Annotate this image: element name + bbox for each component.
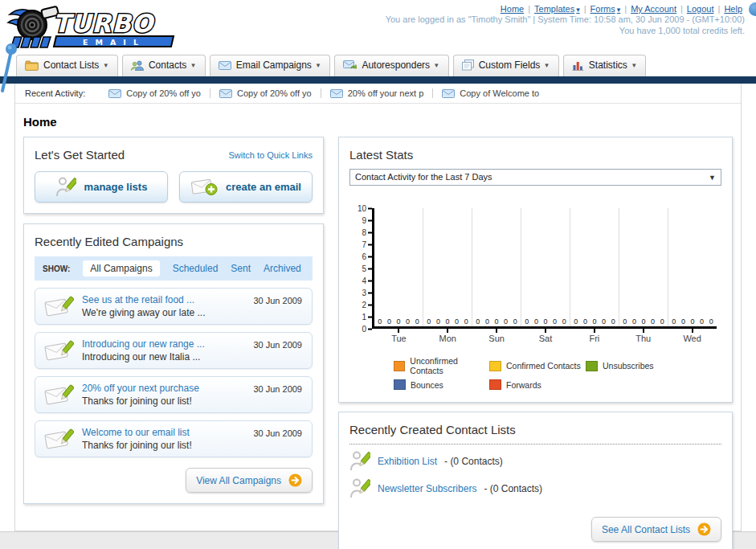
chevron-down-icon: ▾ — [317, 61, 321, 69]
campaign-title-link[interactable]: See us at the retail food ... — [82, 294, 205, 305]
view-all-campaigns-button[interactable]: View All Campaigns — [186, 468, 313, 493]
contact-list-link[interactable]: Newsletter Subscribers — [378, 483, 476, 494]
tab-email-campaigns[interactable]: Email Campaigns▾ — [210, 55, 331, 76]
y-tick-label: 4 — [354, 277, 366, 285]
logo-title: TURBO — [53, 9, 155, 38]
filter-archived[interactable]: Archived — [264, 263, 301, 274]
recent-activity-bar: Recent Activity: Copy of 20% off yoCopy … — [15, 84, 741, 104]
person-pencil-icon — [349, 450, 370, 472]
see-all-contact-lists-button[interactable]: See All Contact Lists — [591, 517, 721, 542]
chart-group: 00000 — [374, 208, 423, 326]
manage-lists-button[interactable]: manage lists — [35, 171, 168, 203]
nav-link-logout[interactable]: Logout — [687, 4, 714, 14]
nav-link-templates[interactable]: Templates▾ — [534, 4, 580, 14]
nav-link-help[interactable]: Help — [724, 4, 742, 14]
recent-activity-item[interactable]: Copy of Welcome to — [432, 88, 548, 98]
data-label: 0 — [476, 318, 480, 326]
recent-campaigns-title: Recently Edited Campaigns — [35, 235, 313, 248]
turbo-email-dashboard: TURBO EMAIL Home|Templates▾|Forms▾|My Ac… — [0, 0, 756, 549]
recent-activity-label: Recent Activity: — [25, 88, 85, 98]
tab-contacts[interactable]: Contacts▾ — [122, 55, 206, 76]
dotted-divider — [349, 444, 721, 445]
campaign-row[interactable]: Welcome to our email listThanks for join… — [35, 420, 313, 457]
legend-item: Confirmed Contacts — [489, 356, 586, 375]
tab-autoresponders[interactable]: Autoresponders▾ — [334, 55, 448, 76]
tab-statistics[interactable]: Statistics▾ — [563, 55, 647, 76]
filter-sent[interactable]: Sent — [231, 263, 251, 274]
data-label: 0 — [611, 318, 615, 326]
y-tick: 1 — [354, 313, 372, 322]
latest-stats-panel: Latest Stats Contact Activity for the La… — [338, 137, 733, 403]
contact-list-row: Newsletter Subscribers - (0 Contacts) — [349, 477, 721, 499]
data-label: 0 — [709, 318, 713, 326]
tab-label: Autoresponders — [362, 59, 430, 71]
data-label: 0 — [396, 318, 400, 326]
contacts-icon — [131, 60, 144, 71]
campaign-title-link[interactable]: 20% off your next purchase — [82, 383, 199, 394]
tab-custom-fields[interactable]: Custom Fields▾ — [453, 55, 559, 76]
tab-contact-lists[interactable]: Contact Lists▾ — [16, 55, 118, 76]
data-label: 0 — [445, 318, 449, 326]
legend-swatch — [586, 361, 598, 371]
contact-list-link[interactable]: Exhibition List — [378, 456, 437, 467]
chevron-down-icon: ▾ — [576, 6, 580, 14]
envelope-icon — [108, 89, 121, 98]
chart-y-axis: 109876543210 — [351, 208, 372, 329]
bar-chart-icon — [572, 60, 584, 71]
data-label: 0 — [406, 318, 410, 326]
chart-group: 00000 — [521, 208, 570, 326]
y-tick-label: 0 — [354, 325, 366, 334]
campaign-title-link[interactable]: Introducing our new range ... — [82, 338, 205, 350]
recent-activity-item[interactable]: Copy of 20% off yo — [210, 88, 321, 98]
arrow-circle-icon — [697, 522, 711, 536]
get-started-title: Let's Get Started — [35, 148, 125, 162]
campaign-text: Introducing our new range ...Introducing… — [82, 338, 205, 363]
recent-contact-lists-title: Recently Created Contact Lists — [349, 423, 721, 436]
data-label: 0 — [632, 318, 636, 326]
campaign-text: See us at the retail food ...We're givin… — [82, 294, 205, 318]
filter-scheduled[interactable]: Scheduled — [173, 263, 219, 274]
campaign-row[interactable]: Introducing our new range ...Introducing… — [35, 332, 313, 369]
chevron-down-icon: ▾ — [545, 61, 549, 69]
y-tick-label: 5 — [354, 264, 366, 273]
recent-activity-item[interactable]: 20% off your next p — [321, 88, 433, 98]
y-tick-label: 7 — [354, 240, 366, 249]
recent-activity-item[interactable]: Copy of 20% off yo — [100, 88, 210, 98]
manage-lists-label: manage lists — [84, 181, 148, 193]
stats-range-select[interactable]: Contact Activity for the Last 7 Days ▼ — [349, 169, 721, 186]
data-labels-row: 00000 — [522, 318, 569, 326]
data-labels-row: 00000 — [571, 318, 618, 326]
recent-contact-lists-panel: Recently Created Contact Lists Exhibitio… — [338, 412, 733, 549]
top-nav: Home|Templates▾|Forms▾|My Account|Logout… — [386, 4, 745, 14]
switch-quick-links-link[interactable]: Switch to Quick Links — [228, 150, 313, 160]
nav-separator: | — [718, 4, 721, 14]
recent-campaigns-panel: Recently Edited Campaigns SHOW: All Camp… — [23, 223, 324, 504]
tab-label: Contact Lists — [43, 59, 99, 71]
legend-label: Unconfirmed Contacts — [410, 356, 489, 375]
y-tick: 9 — [354, 216, 372, 225]
data-label: 0 — [504, 318, 508, 326]
campaign-row[interactable]: 20% off your next purchaseThanks for joi… — [35, 376, 313, 413]
tab-label: Contacts — [149, 59, 186, 71]
filter-all-campaigns[interactable]: All Campaigns — [83, 260, 159, 277]
data-label: 0 — [513, 318, 517, 326]
turbo-email-logo[interactable]: TURBO EMAIL — [6, 3, 190, 53]
data-label: 0 — [455, 318, 459, 326]
page-title: Home — [23, 115, 733, 129]
person-pencil-icon — [55, 176, 76, 198]
nav-link-home[interactable]: Home — [501, 4, 524, 14]
campaign-title-link[interactable]: Welcome to our email list — [82, 427, 192, 438]
legend-item: Unconfirmed Contacts — [394, 356, 489, 375]
y-tick-label: 10 — [354, 204, 366, 213]
nav-link-my-account[interactable]: My Account — [631, 4, 676, 14]
envelope-plus-icon — [190, 177, 218, 197]
navy-divider-bar — [0, 76, 756, 84]
data-label: 0 — [534, 318, 538, 326]
activity-item-label: Copy of 20% off yo — [126, 88, 201, 98]
chart-group: 00000 — [570, 208, 619, 326]
campaign-row[interactable]: See us at the retail food ...We're givin… — [35, 288, 313, 325]
nav-link-forms[interactable]: Forms▾ — [590, 4, 621, 14]
contact-list-detail: - (0 Contacts) — [484, 483, 542, 494]
data-labels-row: 00000 — [669, 318, 716, 326]
create-email-button[interactable]: create an email — [179, 171, 313, 203]
